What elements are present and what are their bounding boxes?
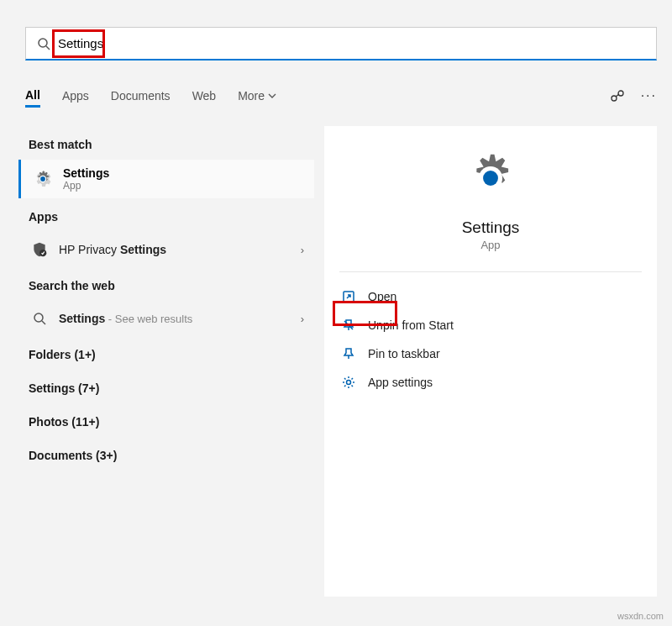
svg-point-0 bbox=[39, 39, 47, 47]
chevron-right-icon: › bbox=[301, 313, 304, 325]
search-icon bbox=[36, 36, 51, 51]
section-settings[interactable]: Settings (7+) bbox=[18, 370, 314, 403]
section-photos[interactable]: Photos (11+) bbox=[18, 403, 314, 437]
shield-icon bbox=[30, 240, 49, 259]
tab-more[interactable]: More bbox=[238, 86, 276, 106]
chevron-right-icon: › bbox=[301, 244, 304, 256]
section-apps: Apps bbox=[18, 198, 314, 232]
watermark: wsxdn.com bbox=[617, 611, 664, 621]
tab-apps[interactable]: Apps bbox=[62, 86, 89, 106]
divider bbox=[339, 271, 642, 272]
web-item-label: Settings - See web results bbox=[59, 312, 192, 325]
open-icon bbox=[341, 289, 356, 304]
section-search-web: Search the web bbox=[18, 267, 314, 301]
tab-more-label: More bbox=[238, 89, 265, 103]
best-match-sub: App bbox=[63, 180, 109, 192]
web-result-settings[interactable]: Settings - See web results › bbox=[18, 301, 314, 336]
detail-sub: App bbox=[324, 239, 657, 251]
gear-icon bbox=[341, 375, 356, 390]
action-label: Unpin from Start bbox=[368, 318, 454, 332]
tab-all[interactable]: All bbox=[25, 85, 40, 108]
action-app-settings[interactable]: App settings bbox=[329, 368, 652, 397]
app-hp-privacy-settings[interactable]: HP Privacy SettingsHP Privacy Settings › bbox=[18, 232, 314, 267]
svg-line-9 bbox=[42, 321, 45, 324]
detail-title: Settings bbox=[324, 218, 657, 237]
action-label: Pin to taskbar bbox=[368, 347, 440, 360]
tab-documents[interactable]: Documents bbox=[111, 86, 171, 106]
unpin-icon bbox=[341, 318, 356, 333]
gear-icon bbox=[33, 169, 53, 189]
svg-point-6 bbox=[40, 176, 45, 181]
filter-tabs: All Apps Documents Web More ··· bbox=[25, 81, 657, 111]
svg-point-11 bbox=[483, 171, 498, 186]
section-folders[interactable]: Folders (1+) bbox=[18, 336, 314, 370]
search-bar[interactable] bbox=[25, 27, 657, 60]
more-options-icon[interactable]: ··· bbox=[641, 88, 657, 103]
section-best-match: Best match bbox=[18, 126, 314, 160]
action-label: App settings bbox=[368, 376, 433, 389]
svg-point-8 bbox=[34, 313, 43, 322]
action-pin-taskbar[interactable]: Pin to taskbar bbox=[329, 339, 652, 368]
results-pane: Best match Settings App Apps HP Pr bbox=[18, 126, 314, 471]
svg-line-1 bbox=[46, 46, 50, 50]
detail-pane: Settings App Open Unpin from Start Pin t… bbox=[324, 126, 657, 597]
svg-point-14 bbox=[347, 381, 351, 385]
chevron-down-icon bbox=[268, 92, 276, 100]
best-match-settings[interactable]: Settings App bbox=[18, 160, 314, 198]
search-input[interactable] bbox=[58, 36, 646, 50]
pin-icon bbox=[341, 346, 356, 361]
tab-web[interactable]: Web bbox=[192, 86, 217, 106]
connect-icon[interactable] bbox=[609, 87, 626, 104]
action-open[interactable]: Open bbox=[329, 282, 652, 311]
svg-point-3 bbox=[618, 91, 623, 96]
action-unpin-start[interactable]: Unpin from Start bbox=[329, 311, 652, 339]
search-icon bbox=[30, 309, 49, 328]
best-match-title: Settings bbox=[63, 166, 109, 180]
section-documents[interactable]: Documents (3+) bbox=[18, 437, 314, 471]
action-label: Open bbox=[368, 290, 396, 303]
app-item-label: HP Privacy SettingsHP Privacy Settings bbox=[59, 243, 166, 256]
gear-icon bbox=[464, 151, 517, 205]
